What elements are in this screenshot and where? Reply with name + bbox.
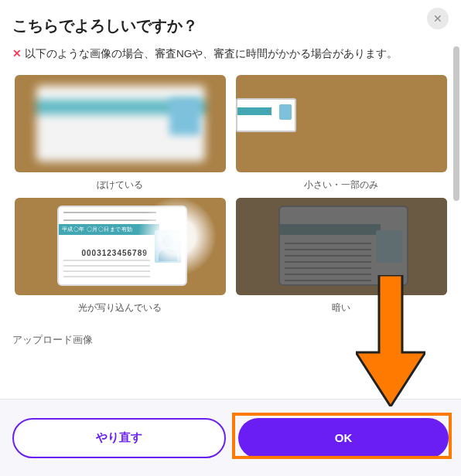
warning-body: 以下のような画像の場合、審査NGや、審査に時間がかかる場合があります。 <box>25 48 398 60</box>
ok-button[interactable]: OK <box>238 418 449 458</box>
confirmation-modal: ✕ こちらでよろしいですか？ ✕以下のような画像の場合、審査NGや、審査に時間が… <box>0 0 461 476</box>
example-glare: 平成〇年 〇月〇日まで有効 0003123456789 光が写り込んでいる <box>12 198 227 314</box>
modal-title: こちらでよろしいですか？ <box>12 15 449 36</box>
retry-button[interactable]: やり直す <box>12 418 226 458</box>
warning-text: ✕以下のような画像の場合、審査NGや、審査に時間がかかる場合があります。 <box>12 46 449 63</box>
upload-section-label: アップロード画像 <box>12 333 449 347</box>
caption-dark: 暗い <box>332 301 350 314</box>
example-dark: 暗い <box>234 198 449 314</box>
example-blurry: ぼけている <box>12 75 227 192</box>
modal-body: ✕ こちらでよろしいですか？ ✕以下のような画像の場合、審査NGや、審査に時間が… <box>0 0 461 399</box>
thumb-dark <box>236 198 447 295</box>
caption-small: 小さい・一部のみ <box>304 178 378 192</box>
x-mark-icon: ✕ <box>12 48 22 60</box>
thumb-small <box>236 75 447 172</box>
example-small: 小さい・一部のみ <box>234 75 449 192</box>
caption-glare: 光が写り込んでいる <box>78 301 162 314</box>
thumb-blurry <box>15 75 226 172</box>
thumb-glare: 平成〇年 〇月〇日まで有効 0003123456789 <box>15 198 226 295</box>
sample-band-text: 平成〇年 〇月〇日まで有効 <box>59 224 159 235</box>
close-icon: ✕ <box>433 12 442 25</box>
scrollbar[interactable] <box>453 46 459 201</box>
modal-footer: やり直す OK <box>0 399 461 476</box>
close-button[interactable]: ✕ <box>427 8 449 29</box>
sample-number: 0003123456789 <box>82 249 148 257</box>
ng-examples-grid: ぼけている 小さい・一部のみ 平成〇年 〇月〇日まで有効 <box>12 75 449 314</box>
caption-blurry: ぼけている <box>97 178 143 192</box>
